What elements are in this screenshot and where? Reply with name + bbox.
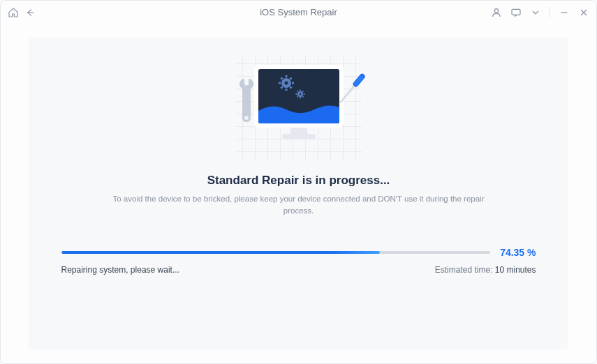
progress-status-text: Repairing system, please wait... xyxy=(61,265,179,275)
progress-bar xyxy=(61,251,491,254)
titlebar-divider xyxy=(550,7,550,18)
back-icon[interactable] xyxy=(24,7,36,18)
screwdriver-icon xyxy=(328,68,370,119)
svg-line-9 xyxy=(281,87,282,89)
progress-heading: Standard Repair is in progress... xyxy=(207,174,390,188)
svg-point-0 xyxy=(494,8,498,12)
titlebar-right xyxy=(395,7,589,18)
main-panel: Standard Repair is in progress... To avo… xyxy=(29,38,568,349)
svg-point-21 xyxy=(299,93,301,96)
svg-line-8 xyxy=(290,87,291,89)
wrench-icon xyxy=(235,76,263,135)
progress-subtext: To avoid the device to be bricked, pleas… xyxy=(110,193,487,218)
user-icon[interactable] xyxy=(491,7,502,18)
window-title: iOS System Repair xyxy=(202,7,396,17)
close-button[interactable] xyxy=(578,7,589,18)
svg-line-7 xyxy=(281,78,282,79)
svg-rect-25 xyxy=(340,86,354,102)
titlebar-left xyxy=(8,7,202,18)
repair-illustration xyxy=(236,55,362,160)
svg-line-20 xyxy=(302,91,303,92)
home-icon[interactable] xyxy=(8,7,19,18)
estimated-time: Estimated time: 10 minutes xyxy=(435,265,536,275)
svg-line-19 xyxy=(297,96,297,97)
svg-line-10 xyxy=(290,78,291,79)
svg-point-22 xyxy=(244,116,249,120)
feedback-icon[interactable] xyxy=(510,7,522,18)
minimize-button[interactable] xyxy=(559,7,570,18)
svg-point-11 xyxy=(284,82,288,85)
progress-percent: 74.35 % xyxy=(500,247,536,258)
svg-line-18 xyxy=(302,96,303,97)
estimated-time-label: Estimated time: xyxy=(435,265,495,275)
progress-area: 74.35 % Repairing system, please wait...… xyxy=(61,247,536,275)
svg-line-17 xyxy=(297,91,297,92)
estimated-time-value: 10 minutes xyxy=(495,265,536,275)
app-window: iOS System Repair xyxy=(0,0,597,364)
titlebar: iOS System Repair xyxy=(1,1,596,24)
chevron-down-icon[interactable] xyxy=(530,7,541,18)
progress-fill xyxy=(61,251,381,254)
content: Standard Repair is in progress... To avo… xyxy=(1,24,596,363)
